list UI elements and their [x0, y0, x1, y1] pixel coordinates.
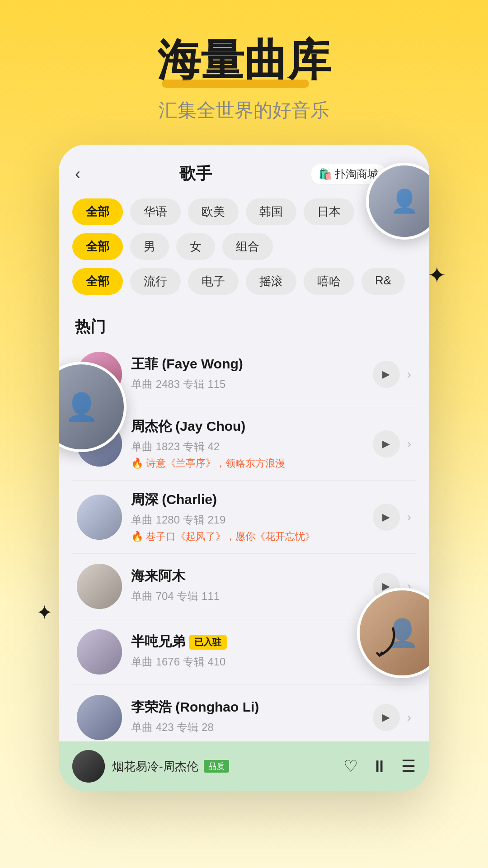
artist-name-wangfei: 王菲 (Faye Wong): [131, 355, 364, 373]
filter-hiphop[interactable]: 嘻哈: [304, 268, 354, 295]
play-button-ronghao[interactable]: ▶: [373, 704, 400, 731]
artist-name-bandun: 半吨兄弟已入驻: [131, 632, 364, 651]
player-pause-button[interactable]: ⏸: [371, 757, 388, 776]
artist-info-wangfei: 王菲 (Faye Wong) 单曲 2483 专辑 115: [122, 355, 373, 394]
filter-rock[interactable]: 摇滚: [246, 268, 296, 295]
artist-actions-wangfei: ▶ ›: [373, 361, 411, 388]
filter-female[interactable]: 女: [176, 233, 215, 260]
filter-western[interactable]: 欧美: [188, 198, 239, 225]
filter-row-gender: 全部 男 女 组合: [72, 233, 416, 260]
artist-item-charlie[interactable]: 周深 (Charlie) 单曲 1280 专辑 219 🔥 巷子口《起风了》，愿…: [72, 481, 416, 554]
filter-korean[interactable]: 韩国: [246, 198, 296, 225]
player-love-button[interactable]: ♡: [343, 757, 358, 776]
player-info: 烟花易冷-周杰伦 品质: [105, 759, 343, 774]
artist-stats-ronghao: 单曲 423 专辑 28: [131, 720, 364, 735]
play-button-jaychou[interactable]: ▶: [373, 430, 400, 458]
filter-male[interactable]: 男: [130, 233, 169, 260]
star-decoration-1: ✦: [427, 262, 446, 288]
filter-all-genre[interactable]: 全部: [72, 268, 123, 295]
play-button-charlie[interactable]: ▶: [373, 504, 400, 531]
artist-stats-jaychou: 单曲 1823 专辑 42: [131, 439, 364, 454]
artist-stats-wangfei: 单曲 2483 专辑 115: [131, 377, 364, 392]
artist-name-charlie: 周深 (Charlie): [131, 491, 364, 509]
main-title: 海量曲库: [157, 36, 331, 84]
play-button-wangfei[interactable]: ▶: [373, 361, 400, 388]
filter-group[interactable]: 组合: [222, 233, 273, 260]
artist-avatar-charlie: [77, 495, 122, 540]
star-decoration-2: ✦: [36, 601, 53, 624]
artist-avatar-bandun: [77, 629, 122, 675]
artist-name-ronghao: 李荣浩 (Ronghao Li): [131, 698, 364, 717]
artist-actions-jaychou: ▶ ›: [373, 430, 411, 458]
artist-info-hailaiamu: 海来阿木 单曲 704 专辑 111: [122, 567, 373, 606]
artist-info-jaychou: 周杰伦 (Jay Chou) 单曲 1823 专辑 42 🔥 诗意《兰亭序》，领…: [122, 417, 373, 470]
artist-item-ronghao[interactable]: 李荣浩 (Ronghao Li) 单曲 423 专辑 28 ▶ ›: [72, 685, 416, 750]
back-button[interactable]: ‹: [75, 165, 80, 184]
section-hot-title: 热门: [59, 307, 429, 342]
artist-actions-ronghao: ▶ ›: [373, 704, 411, 731]
subtitle: 汇集全世界的好音乐: [0, 98, 488, 123]
shop-label: 扑淘商城: [335, 167, 378, 181]
artist-stats-charlie: 单曲 1280 专辑 219: [131, 513, 364, 527]
artist-info-ronghao: 李荣浩 (Ronghao Li) 单曲 423 专辑 28: [122, 698, 373, 737]
player-avatar: [72, 750, 105, 783]
title-underline: [162, 80, 309, 88]
filter-electronic[interactable]: 电子: [188, 268, 239, 295]
filter-chinese[interactable]: 华语: [130, 198, 181, 225]
phone-mockup: 👤 👤 👤 ‹ 歌手 🛍️ 扑淘商城 🔍 全部 华语 欧美 韩国 日本: [59, 145, 429, 791]
artist-tag-jaychou: 🔥 诗意《兰亭序》，领略东方浪漫: [131, 457, 364, 470]
artist-name-hailaiamu: 海来阿木: [131, 567, 364, 585]
arrow-button-wangfei[interactable]: ›: [407, 367, 411, 382]
filter-all-region[interactable]: 全部: [72, 198, 123, 225]
filter-row-region: 全部 华语 欧美 韩国 日本: [72, 198, 416, 225]
arrow-button-charlie[interactable]: ›: [407, 510, 411, 524]
filter-rnb[interactable]: R&: [361, 268, 405, 295]
player-song-title: 烟花易冷-周杰伦: [112, 759, 198, 774]
arrow-curve-decoration: [357, 619, 402, 665]
artist-stats-hailaiamu: 单曲 704 专辑 111: [131, 589, 364, 604]
header-title: 歌手: [179, 163, 212, 185]
artist-tag-charlie: 🔥 巷子口《起风了》，愿你《花开忘忧》: [131, 530, 364, 543]
top-section: 海量曲库 汇集全世界的好音乐: [0, 0, 488, 123]
filter-pop[interactable]: 流行: [130, 268, 181, 295]
player-controls: ♡ ⏸ ☰: [343, 757, 416, 776]
bottom-player[interactable]: 烟花易冷-周杰伦 品质 ♡ ⏸ ☰: [59, 741, 429, 791]
player-list-button[interactable]: ☰: [401, 757, 416, 776]
verified-badge: 已入驻: [189, 635, 227, 650]
artist-avatar-ronghao: [77, 695, 122, 740]
arrow-button-ronghao[interactable]: ›: [407, 710, 411, 725]
artist-name-jaychou: 周杰伦 (Jay Chou): [131, 417, 364, 436]
artist-info-charlie: 周深 (Charlie) 单曲 1280 专辑 219 🔥 巷子口《起风了》，愿…: [122, 491, 373, 543]
artist-stats-bandun: 单曲 1676 专辑 410: [131, 655, 364, 669]
filter-all-gender[interactable]: 全部: [72, 233, 123, 260]
artist-info-bandun: 半吨兄弟已入驻 单曲 1676 专辑 410: [122, 632, 373, 672]
filter-row-genre: 全部 流行 电子 摇滚 嘻哈 R&: [72, 268, 416, 295]
arrow-button-jaychou[interactable]: ›: [407, 437, 411, 451]
filter-japanese[interactable]: 日本: [304, 198, 354, 225]
shop-icon: 🛍️: [319, 168, 332, 180]
player-quality-badge: 品质: [204, 760, 229, 773]
artist-actions-charlie: ▶ ›: [373, 504, 411, 531]
artist-avatar-hailaiamu: [77, 564, 122, 609]
